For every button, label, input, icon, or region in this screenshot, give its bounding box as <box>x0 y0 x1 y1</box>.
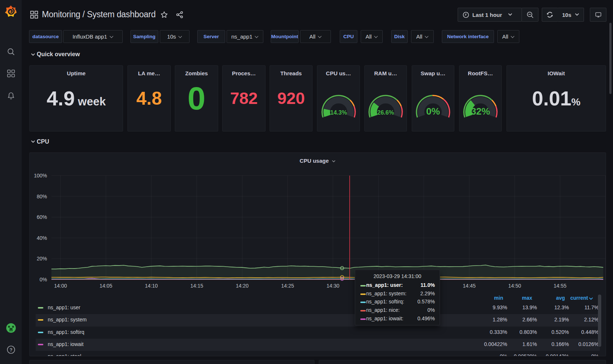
svg-text:20%: 20% <box>37 256 47 262</box>
svg-text:0%: 0% <box>40 277 47 282</box>
svg-text:14:20: 14:20 <box>236 283 249 289</box>
svg-text:14:05: 14:05 <box>100 283 112 289</box>
svg-text:40%: 40% <box>37 235 47 241</box>
svg-text:80%: 80% <box>37 194 47 199</box>
svg-text:14.3%: 14.3% <box>330 109 347 116</box>
svg-text:14:55: 14:55 <box>553 283 566 289</box>
svg-text:14:25: 14:25 <box>281 283 294 289</box>
svg-text:0%: 0% <box>426 106 440 117</box>
svg-text:14:30: 14:30 <box>327 283 339 289</box>
svg-text:100%: 100% <box>34 173 47 179</box>
svg-text:?: ? <box>10 347 12 353</box>
svg-text:14:00: 14:00 <box>54 283 67 289</box>
svg-text:14:10: 14:10 <box>145 283 158 289</box>
svg-text:60%: 60% <box>37 214 47 220</box>
svg-text:14:45: 14:45 <box>463 283 476 289</box>
svg-text:26.6%: 26.6% <box>377 109 394 116</box>
svg-text:32%: 32% <box>471 106 490 117</box>
svg-text:14:15: 14:15 <box>190 283 203 289</box>
svg-text:14:50: 14:50 <box>508 283 521 289</box>
